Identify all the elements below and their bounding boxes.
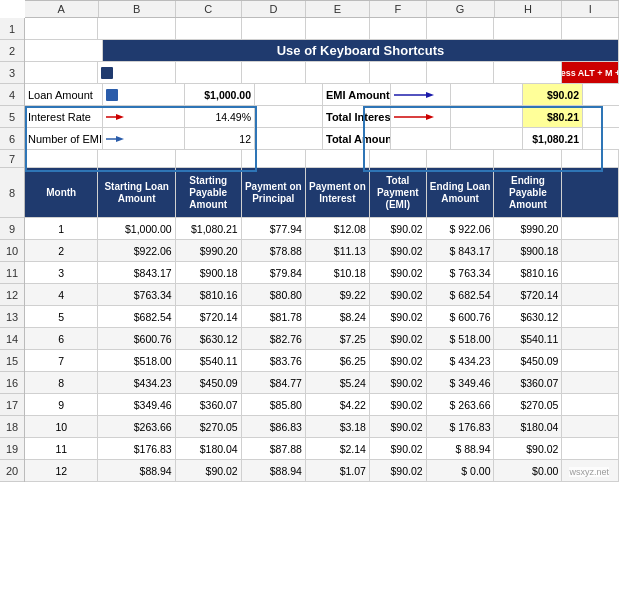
table-cell: $12.08 — [306, 218, 370, 239]
row-header-14: 14 — [0, 328, 24, 350]
row-header-15: 15 — [0, 350, 24, 372]
cell-a4: Loan Amount — [25, 84, 103, 105]
table-cell: $90.02 — [370, 218, 427, 239]
row-header-19: 19 — [0, 438, 24, 460]
table-cell: $270.05 — [176, 416, 242, 437]
table-cell-extra — [562, 218, 619, 239]
table-cell: $518.00 — [98, 350, 175, 371]
table-cell: $600.76 — [98, 328, 175, 349]
table-cell: $763.34 — [98, 284, 175, 305]
table-cell: $88.94 — [242, 460, 306, 481]
table-cell: $8.24 — [306, 306, 370, 327]
table-cell: $180.04 — [176, 438, 242, 459]
cell-d4: $1,000.00 — [185, 84, 255, 105]
table-cell: $90.02 — [176, 460, 242, 481]
cell-g4 — [391, 84, 451, 105]
row-header-9: 9 — [0, 218, 24, 240]
table-cell: $3.18 — [306, 416, 370, 437]
table-cell-extra — [562, 438, 619, 459]
cell-f7 — [370, 150, 427, 167]
row-2: Use of Keyboard Shortcuts — [25, 40, 619, 62]
cell-a6: Number of EMIs — [25, 128, 103, 149]
cell-f3 — [370, 62, 427, 83]
table-cell: $1,080.21 — [176, 218, 242, 239]
cell-h3 — [494, 62, 562, 83]
table-cell: 12 — [25, 460, 98, 481]
col-header-i: I — [562, 1, 619, 17]
table-cell: $5.24 — [306, 372, 370, 393]
table-cell: $83.76 — [242, 350, 306, 371]
table-cell: $7.25 — [306, 328, 370, 349]
row-7 — [25, 150, 619, 168]
col-header-f: F — [370, 1, 427, 17]
row-3: Press ALT + M + D — [25, 62, 619, 84]
cell-d5: 14.49% — [185, 106, 255, 127]
table-row: 9$349.46$360.07$85.80$4.22$90.02$ 263.66… — [25, 394, 619, 416]
table-cell: $90.02 — [370, 262, 427, 283]
cell-c3 — [176, 62, 242, 83]
table-cell: $1,000.00 — [98, 218, 175, 239]
th-payment-interest: Payment on Interest — [306, 168, 370, 217]
row-header-7: 7 — [0, 150, 24, 168]
total-payable-value: $1,080.21 — [523, 128, 583, 149]
table-row: 8$434.23$450.09$84.77$5.24$90.02$ 349.46… — [25, 372, 619, 394]
row-5: Interest Rate 14.49% Total Interest — [25, 106, 619, 128]
th-payment-principal: Payment on Principal — [242, 168, 306, 217]
table-cell: $ 0.00 — [427, 460, 495, 481]
table-cell: $90.02 — [370, 416, 427, 437]
row-header-20: 20 — [0, 460, 24, 482]
row-header-11: 11 — [0, 262, 24, 284]
table-cell: $87.88 — [242, 438, 306, 459]
table-cell: $263.66 — [98, 416, 175, 437]
table-cell: $ 349.46 — [427, 372, 495, 393]
arrow-interest-in — [106, 111, 124, 123]
table-cell: $434.23 — [98, 372, 175, 393]
cell-f1 — [370, 18, 427, 39]
cell-a1 — [25, 18, 98, 39]
svg-marker-5 — [426, 114, 434, 120]
table-cell: $6.25 — [306, 350, 370, 371]
table-cell: $540.11 — [494, 328, 562, 349]
alt-badge-cell: Press ALT + M + D — [562, 62, 619, 83]
cell-d7 — [242, 150, 306, 167]
cell-g7 — [427, 150, 495, 167]
th-total-payment: Total Payment (EMI) — [370, 168, 427, 217]
table-cell: 11 — [25, 438, 98, 459]
col-header-b: B — [99, 1, 176, 17]
table-cell: $82.76 — [242, 328, 306, 349]
cell-g1 — [427, 18, 495, 39]
table-cell: $78.88 — [242, 240, 306, 261]
table-cell: 1 — [25, 218, 98, 239]
th-ending-loan: Ending Loan Amount — [427, 168, 495, 217]
table-cell: $77.94 — [242, 218, 306, 239]
cell-e3 — [306, 62, 370, 83]
row-header-12: 12 — [0, 284, 24, 306]
cell-e5 — [255, 106, 323, 127]
th-starting-loan: Starting Loan Amount — [98, 168, 175, 217]
col-header-h: H — [495, 1, 563, 17]
table-cell: $86.83 — [242, 416, 306, 437]
table-cell: $80.80 — [242, 284, 306, 305]
watermark: wsxyz.net — [569, 467, 609, 477]
cell-d6: 12 — [185, 128, 255, 149]
table-cell: $ 263.66 — [427, 394, 495, 415]
row-header-1: 1 — [0, 18, 24, 40]
table-cell: $0.00 — [494, 460, 562, 481]
arrow-total-int — [394, 111, 434, 123]
table-cell: $900.18 — [176, 262, 242, 283]
table-cell: $4.22 — [306, 394, 370, 415]
cell-h6 — [451, 128, 523, 149]
title-cell: Use of Keyboard Shortcuts — [103, 40, 619, 61]
table-cell: $90.02 — [370, 240, 427, 261]
cell-a2 — [25, 40, 103, 61]
table-cell: $ 682.54 — [427, 284, 495, 305]
table-cell: $88.94 — [98, 460, 175, 481]
cell-i7 — [562, 150, 619, 167]
table-cell: $810.16 — [176, 284, 242, 305]
table-cell-extra — [562, 284, 619, 305]
table-row: 11$176.83$180.04$87.88$2.14$90.02$ 88.94… — [25, 438, 619, 460]
table-cell: 5 — [25, 306, 98, 327]
table-cell-extra — [562, 394, 619, 415]
table-row: 2$922.06$990.20$78.88$11.13$90.02$ 843.1… — [25, 240, 619, 262]
table-cell: $85.80 — [242, 394, 306, 415]
